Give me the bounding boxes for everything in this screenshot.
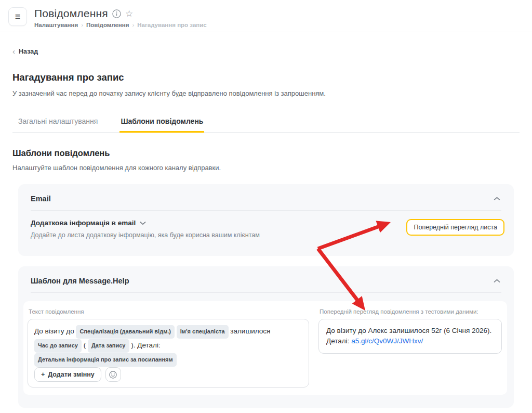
editor-label: Текст повідомлення <box>29 308 309 315</box>
add-variable-button[interactable]: + Додати змінну <box>34 367 101 382</box>
favorite-star-icon[interactable]: ☆ <box>125 9 133 18</box>
editor-column: Текст повідомлення До візиту до Спеціалі… <box>28 307 309 388</box>
main-content: ‹ Назад Нагадування про запис У зазначен… <box>0 32 532 408</box>
preview-link[interactable]: a5.gl/c/Qv0WJ/JWHxv/ <box>351 337 423 345</box>
message-text-editor[interactable]: До візиту до Спеціалізація (давальний ві… <box>28 319 309 388</box>
hamburger-icon: ≡ <box>15 11 21 22</box>
breadcrumb-separator-icon: › <box>81 22 83 28</box>
title-block: Повідомлення ☆ Налаштування › Повідомлен… <box>34 7 207 28</box>
section-heading: Шаблони повідомлень <box>12 148 520 158</box>
breadcrumb-settings[interactable]: Налаштування <box>34 22 78 28</box>
variable-chip-specialist-name[interactable]: Ім'я спеціаліста <box>177 325 229 339</box>
variable-chip-details-link[interactable]: Детальна інформація про запис за посилан… <box>34 353 177 367</box>
tab-message-templates[interactable]: Шаблони повідомлень <box>119 111 204 133</box>
email-extra-info-label: Додаткова інформація в email <box>31 219 136 227</box>
variable-chip-time-to-appointment[interactable]: Час до запису <box>34 339 82 353</box>
email-collapse-chevron-up-icon[interactable] <box>493 196 501 202</box>
template-card-title: Шаблон для Message.Help <box>31 277 129 285</box>
page-heading: Нагадування про запис <box>12 72 520 83</box>
messages-settings-page: ≡ Повідомлення ☆ Налаштування › Повідомл… <box>0 0 532 413</box>
hamburger-menu-button[interactable]: ≡ <box>8 7 27 26</box>
back-chevron-icon: ‹ <box>12 47 15 56</box>
back-link[interactable]: ‹ Назад <box>12 47 38 56</box>
section-description: Налаштуйте шаблон повідомлення для кожно… <box>12 164 520 172</box>
template-text-part: ). Деталі: <box>131 341 160 349</box>
email-extra-info-description: Додайте до листа додаткову інформацію, я… <box>31 231 260 239</box>
template-text-part: ( <box>84 341 88 349</box>
message-preview-box: До візиту до Алекс залишилося 52г (6 Січ… <box>318 319 502 354</box>
page-description: У зазначений час перед до початку запису… <box>12 89 520 97</box>
variable-chip-specialization[interactable]: Спеціалізація (давальний відм.) <box>76 325 175 339</box>
template-editor-panel: Текст повідомлення До візиту до Спеціалі… <box>23 301 507 395</box>
preview-column: Попередній перегляд повідомлення з тесто… <box>318 307 502 388</box>
email-extra-info-expander[interactable]: Додаткова інформація в email <box>31 219 260 227</box>
chevron-down-icon <box>140 221 146 225</box>
top-header: ≡ Повідомлення ☆ Налаштування › Повідомл… <box>0 0 532 32</box>
breadcrumb-messages[interactable]: Повідомлення <box>86 22 129 28</box>
tab-bar: Загальні налаштування Шаблони повідомлен… <box>12 111 520 133</box>
add-variable-label: Додати змінну <box>48 371 94 378</box>
preview-label: Попередній перегляд повідомлення з тесто… <box>320 308 502 315</box>
template-text: До візиту до Спеціалізація (давальний ві… <box>34 325 302 367</box>
template-text-part: залишилося <box>230 327 270 335</box>
email-channel-card: Email Додаткова інформація в email <box>18 184 514 256</box>
template-collapse-chevron-up-icon[interactable] <box>493 278 501 284</box>
variable-chip-appointment-date[interactable]: Дата запису <box>88 339 129 353</box>
info-icon[interactable] <box>112 9 121 18</box>
editor-actions: + Додати змінну <box>34 367 302 382</box>
message-help-template-card: Шаблон для Message.Help Текст повідомлен… <box>18 266 514 408</box>
back-label: Назад <box>19 48 38 55</box>
breadcrumb-current: Нагадування про запис <box>137 22 206 28</box>
email-card-title: Email <box>31 195 51 203</box>
breadcrumb: Налаштування › Повідомлення › Нагадуванн… <box>34 22 207 28</box>
preview-letter-button[interactable]: Попередній перегляд листа <box>406 219 504 236</box>
tab-general-settings[interactable]: Загальні налаштування <box>17 111 99 133</box>
template-text-part: До візиту до <box>34 327 76 335</box>
emoji-picker-button[interactable] <box>105 367 121 382</box>
email-extra-info-block: Додаткова інформація в email Додайте до … <box>31 219 260 239</box>
template-card-divider <box>31 292 501 293</box>
smiley-icon <box>109 371 117 379</box>
plus-icon: + <box>41 371 45 378</box>
breadcrumb-separator-icon: › <box>132 22 134 28</box>
page-title: Повідомлення <box>34 7 108 20</box>
